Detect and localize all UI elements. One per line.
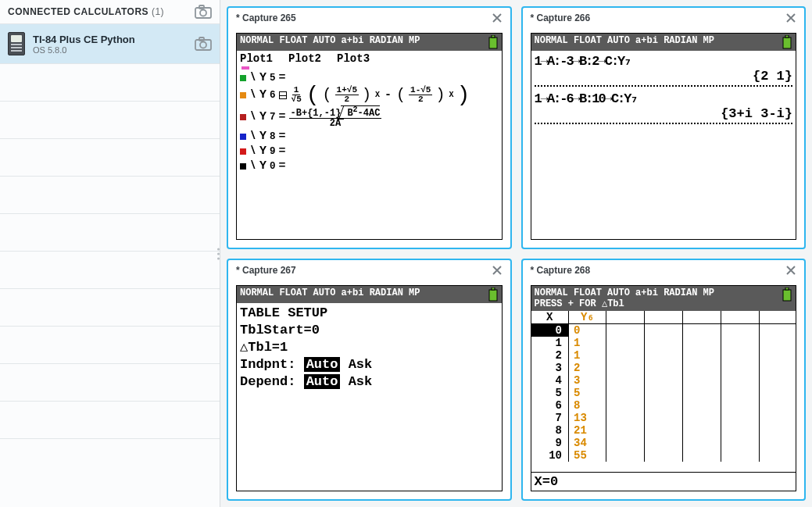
svg-rect-5 <box>199 37 204 41</box>
device-row[interactable]: TI-84 Plus CE Python OS 5.8.0 <box>0 24 220 64</box>
cell-empty <box>644 412 682 424</box>
table-row: 11 <box>531 337 796 349</box>
cell-empty <box>721 424 759 437</box>
cell-empty <box>682 387 721 399</box>
cell-empty <box>759 324 796 337</box>
empty-device-slot <box>0 64 220 102</box>
capture-card-266[interactable]: * Capture 266 NORMAL FLOAT AUTO a+bi RAD… <box>521 6 807 249</box>
y9-color-icon <box>240 148 246 155</box>
cell-empty <box>682 324 721 337</box>
capture-grid: * Capture 265 NORMAL FLOAT AUTO a+bi RAD… <box>220 0 812 507</box>
cell-y6: 8 <box>569 399 606 412</box>
cell-empty <box>682 412 721 424</box>
capture-device-icon[interactable] <box>195 37 212 51</box>
cell-empty <box>644 449 682 462</box>
cell-empty <box>721 437 759 449</box>
plot3-label: Plot3 <box>337 52 370 65</box>
capture-card-268[interactable]: * Capture 268 NORMAL FLOAT AUTO a+bi RAD… <box>521 259 807 502</box>
card-header: * Capture 268 <box>523 260 805 280</box>
cell-y6: 21 <box>569 424 606 437</box>
close-icon[interactable] <box>785 265 796 276</box>
col-empty <box>644 311 682 324</box>
tblsetup-title: TABLE SETUP <box>240 305 499 322</box>
battery-icon <box>782 287 792 302</box>
color-bar <box>240 66 499 70</box>
y5-eq: = <box>279 71 286 84</box>
svg-rect-13 <box>785 287 789 290</box>
sqrt-icon: B2-4AC <box>341 105 380 118</box>
cell-empty <box>606 424 645 437</box>
connected-calculators-label: CONNECTED CALCULATORS <box>8 6 148 17</box>
svg-rect-11 <box>492 287 495 290</box>
y0-row: \Y0= <box>240 159 499 173</box>
status-bar: NORMAL FLOAT AUTO a+bi RADIAN MP <box>237 34 502 51</box>
capture-card-265[interactable]: * Capture 265 NORMAL FLOAT AUTO a+bi RAD… <box>227 6 512 249</box>
connected-calculators-title: CONNECTED CALCULATORS (1) <box>8 6 164 17</box>
table-row: 713 <box>531 412 796 424</box>
y0-color-icon <box>240 163 246 170</box>
y8-color-icon <box>240 134 246 140</box>
cell-y6: 5 <box>569 387 606 399</box>
cell-empty <box>721 387 759 399</box>
cell-empty <box>759 349 796 362</box>
close-icon[interactable] <box>492 265 503 276</box>
sidebar: CONNECTED CALCULATORS (1) TI-84 Plus CE … <box>0 0 220 507</box>
y5-label: Y <box>259 71 266 84</box>
calculator-screen: NORMAL FLOAT AUTO a+bi RADIAN MPPRESS + … <box>531 285 797 492</box>
cell-empty <box>721 324 759 337</box>
status-bar: NORMAL FLOAT AUTO a+bi RADIAN MP <box>237 286 502 303</box>
cell-x: 8 <box>531 424 569 437</box>
y6-label: Y <box>259 88 266 102</box>
cell-empty <box>644 374 682 387</box>
capture-all-icon[interactable] <box>195 5 212 19</box>
y8-row: \Y8= <box>240 130 499 143</box>
frac-bot: 2 <box>342 95 351 104</box>
cell-empty <box>606 337 645 349</box>
table-row: 1055 <box>531 449 796 462</box>
y8-eq: = <box>279 130 286 143</box>
deltatbl-line: △Tbl=1 <box>240 339 499 356</box>
calculator-icon <box>8 32 25 55</box>
table-row: 821 <box>531 424 796 437</box>
depend-ask: Ask <box>340 374 372 389</box>
cell-empty <box>759 337 796 349</box>
calculator-screen: NORMAL FLOAT AUTO a+bi RADIAN MP 1→A:-3→… <box>531 33 797 240</box>
svg-rect-8 <box>783 37 791 48</box>
svg-rect-2 <box>199 5 204 9</box>
y9-label: Y <box>259 145 266 158</box>
cell-empty <box>759 399 796 412</box>
y8-sub: 8 <box>270 131 276 142</box>
svg-rect-9 <box>785 35 789 37</box>
status-text: NORMAL FLOAT AUTO a+bi RADIAN MP <box>535 35 714 46</box>
cell-empty <box>606 399 645 412</box>
status-line-1: NORMAL FLOAT AUTO a+bi RADIAN MP <box>535 287 714 298</box>
cell-empty <box>682 449 721 462</box>
cell-x: 5 <box>531 387 569 399</box>
plot1-label: Plot1 <box>240 52 273 65</box>
capture-card-267[interactable]: * Capture 267 NORMAL FLOAT AUTO a+bi RAD… <box>227 259 512 502</box>
cell-empty <box>606 349 645 362</box>
cell-y6: 1 <box>569 349 606 362</box>
home-output-2: {3+i 3-i} <box>535 106 793 124</box>
empty-device-slot <box>0 252 220 289</box>
close-icon[interactable] <box>785 12 796 23</box>
y6-row: \Y6 1√5 ( ( 1+√52 )X - ( 1-√52 )X ) <box>240 86 499 104</box>
cell-empty <box>721 362 759 374</box>
close-icon[interactable] <box>492 12 503 23</box>
cell-x: 4 <box>531 374 569 387</box>
cell-empty <box>606 374 645 387</box>
table-setup: TABLE SETUP TblStart=0 △Tbl=1 Indpnt: Au… <box>237 303 502 491</box>
resize-handle-icon[interactable] <box>217 248 220 259</box>
table-row: 55 <box>531 387 796 399</box>
table-row: 68 <box>531 399 796 412</box>
y7-top-c: -4AC <box>358 108 381 119</box>
y6-frac3: 1-√52 <box>409 86 432 104</box>
y6-frac2: 1+√52 <box>335 86 359 104</box>
y5-sub: 5 <box>270 73 276 84</box>
cell-empty <box>721 337 759 349</box>
indpnt-ask: Ask <box>340 357 372 372</box>
function-table: X Y₆ 001121324355687138219341055 <box>531 311 796 462</box>
svg-point-4 <box>200 42 206 48</box>
col-empty <box>759 311 796 324</box>
depend-auto: Auto <box>304 374 341 389</box>
